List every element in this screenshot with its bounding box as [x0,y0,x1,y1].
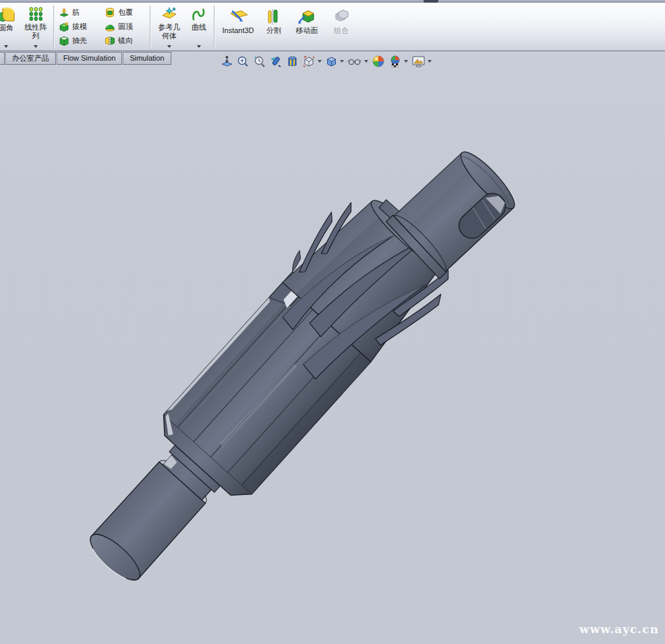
mirror-button[interactable]: 镜向 [105,35,146,47]
zoom-to-area-icon [237,55,250,68]
edit-appearance-button[interactable] [371,54,386,69]
3d-drawing-view-button[interactable] [285,55,299,69]
tab-simulation[interactable]: Simulation [123,52,171,65]
apply-scene-button[interactable] [388,54,409,69]
tab-features[interactable]: rt [0,52,5,65]
move-face-label: 移动面 [296,27,318,34]
display-style-caret[interactable] [340,60,344,63]
rib-label: 筋 [72,9,80,16]
linear-pattern-dropdown-caret[interactable] [34,45,38,48]
apply-scene-icon [388,55,402,68]
split-label: 分割 [266,27,281,34]
toolbar-separator [150,5,150,48]
rib-icon [59,7,69,18]
toolbar-separator [53,5,54,48]
shell-button[interactable]: 抽壳 [59,35,100,47]
tab-flow-simulation[interactable]: Flow Simulation [57,52,123,65]
tab-office-products[interactable]: 办公室产品 [5,52,56,65]
display-style-icon [325,55,338,68]
3d-drawing-view-icon [286,55,299,68]
view-settings-icon [411,55,426,68]
instant3d-icon [227,8,250,26]
previous-view-icon [253,55,266,68]
fillet-button[interactable]: 圆角 [0,3,20,51]
toolbar-separator [214,5,214,48]
split-icon [266,8,282,26]
reference-geometry-button[interactable]: 参考几 何体 [152,3,186,51]
heads-up-view-toolbar [220,54,432,69]
view-orientation-button[interactable] [301,55,322,69]
rib-draft-shell-column: 筋 拔模 [56,3,102,51]
mirror-icon [105,36,115,46]
draft-button[interactable]: 拔模 [59,21,100,32]
zoom-to-fit-icon [221,55,233,68]
section-view-button[interactable] [268,55,283,69]
dome-button[interactable]: 圆顶 [105,21,146,32]
mirror-label: 镜向 [118,37,133,45]
wrap-icon [105,7,115,18]
view-settings-caret[interactable] [428,60,432,63]
wrap-dome-mirror-column: 包覆 圆顶 [102,3,148,51]
command-manager-tabs: rt 办公室产品 Flow Simulation Simulation [0,52,172,65]
watermark: www.ayc.cn [579,622,659,636]
combine-label: 组合 [334,27,349,34]
hide-show-items-icon [347,55,362,68]
rib-button[interactable]: 筋 [59,7,100,18]
curves-icon [191,6,207,22]
zoom-to-fit-button[interactable] [220,55,234,69]
graphics-viewport[interactable]: rt 办公室产品 Flow Simulation Simulation [0,51,665,644]
move-face-button[interactable]: 移动面 [288,3,326,51]
move-face-icon [297,8,316,26]
instant3d-label: Instant3D [222,27,254,34]
hide-show-items-caret[interactable] [364,60,368,63]
linear-pattern-button[interactable]: 线性阵 列 [20,3,51,51]
reference-geometry-label-line2: 何体 [162,32,177,40]
previous-view-button[interactable] [252,55,266,69]
reference-geometry-dropdown-caret[interactable] [167,45,171,48]
shell-label: 抽壳 [72,37,87,45]
instant3d-button[interactable]: Instant3D [216,3,260,51]
apply-scene-caret[interactable] [404,60,408,63]
view-orientation-caret[interactable] [318,60,322,63]
view-settings-button[interactable] [411,55,432,69]
fillet-icon [0,6,15,23]
combine-button[interactable]: 组合 [326,3,357,51]
draft-icon [59,22,69,32]
hide-show-items-button[interactable] [347,55,369,69]
view-orientation-icon [302,55,316,68]
fillet-label: 圆角 [0,24,13,32]
display-style-button[interactable] [324,55,345,69]
linear-pattern-label-line1: 线性阵 [25,24,47,31]
curves-button[interactable]: 曲线 [186,3,212,51]
curves-dropdown-caret[interactable] [197,45,201,48]
linear-pattern-icon [28,6,44,22]
combine-icon [332,8,350,26]
curves-label: 曲线 [192,24,206,31]
draft-label: 拔模 [72,23,87,30]
dome-label: 圆顶 [118,23,133,30]
shell-icon [59,36,69,46]
split-button[interactable]: 分割 [260,3,288,51]
section-view-icon [269,55,283,68]
solidworks-window: 圆角 线性 [0,0,665,644]
reference-geometry-icon [161,6,178,22]
zoom-to-area-button[interactable] [236,55,250,69]
gear-shaft-model[interactable] [0,51,665,644]
linear-pattern-label-line2: 列 [32,32,40,40]
dome-icon [105,22,115,32]
reference-geometry-label-line1: 参考几 [158,24,181,31]
wrap-label: 包覆 [118,9,133,16]
wrap-button[interactable]: 包覆 [105,7,146,18]
fillet-dropdown-caret[interactable] [4,45,8,48]
edit-appearance-icon [372,55,385,68]
feature-toolbar: 圆角 线性 [0,3,665,51]
